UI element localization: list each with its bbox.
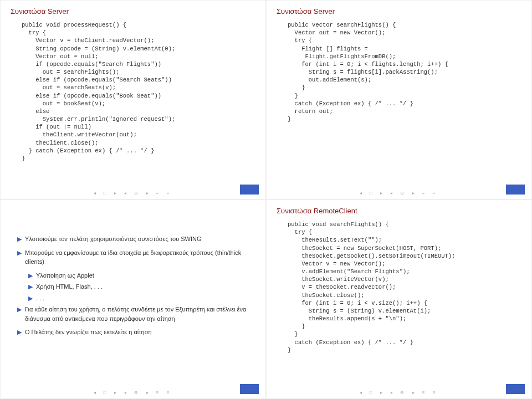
slide-server-search: Συνιστώσα Server public Vector searchFli… — [266, 0, 532, 200]
bullet-item: ▶ Ο Πελάτης δεν γνωρίζει πως εκτελείτε η… — [17, 328, 255, 337]
sub-bullet-item: ▶ . . . — [28, 294, 255, 303]
bullet-item: ▶ Μπορούμε να εμφανίσουμε τα ίδια στοιχε… — [17, 248, 255, 267]
bullet-icon: ▶ — [17, 328, 22, 337]
slide-client-bullets: ▶ Υλοποιούμε τον πελάτη χρησιμοποιόντας … — [0, 200, 266, 399]
slide-server-process: Συνιστώσα Server public void processRequ… — [0, 0, 266, 200]
slide-title: Συνιστώσα Server — [11, 7, 255, 16]
bullet-icon: ▶ — [17, 305, 22, 314]
bullet-list: ▶ Υλοποιούμε τον πελάτη χρησιμοποιόντας … — [17, 234, 255, 337]
university-logo — [506, 185, 525, 195]
bullet-icon: ▶ — [17, 248, 22, 258]
code-block: public void processRequest() { try { Vec… — [22, 21, 255, 162]
bullet-icon: ▶ — [28, 282, 33, 291]
university-logo — [240, 384, 259, 394]
code-block: public void searchFlights() { try { theR… — [288, 221, 521, 354]
slide-title: Συνιστώσα Server — [277, 7, 521, 16]
slide-grid: Συνιστώσα Server public void processRequ… — [0, 0, 532, 399]
university-logo — [240, 185, 259, 195]
bullet-text: . . . — [36, 294, 44, 303]
slide-nav-icons: ◂ □ ▸ ◂ ⊕ ▸ ≡ ≡ — [94, 390, 173, 395]
bullet-icon: ▶ — [28, 294, 33, 303]
slide-title: Συνιστώσα RemoteClient — [277, 207, 521, 215]
bullet-text: Υλοποίηση ως Applet — [36, 271, 94, 280]
bullet-item: ▶ Για κάθε αίτηση του χρήστη, ο πελάτης … — [17, 305, 255, 323]
bullet-icon: ▶ — [17, 234, 22, 244]
sub-bullet-item: ▶ Χρήση HTML, Flash, . . . — [28, 282, 255, 291]
bullet-icon: ▶ — [28, 271, 33, 280]
slide-nav-icons: ◂ □ ▸ ◂ ⊕ ▸ ≡ ≡ — [94, 191, 173, 196]
slide-nav-icons: ◂ □ ▸ ◂ ⊕ ▸ ≡ ≡ — [360, 191, 439, 196]
bullet-text: Υλοποιούμε τον πελάτη χρησιμοποιόντας συ… — [25, 234, 202, 244]
bullet-text: Ο Πελάτης δεν γνωρίζει πως εκτελείτε η α… — [25, 328, 152, 337]
sub-bullet-item: ▶ Υλοποίηση ως Applet — [28, 271, 255, 280]
bullet-item: ▶ Υλοποιούμε τον πελάτη χρησιμοποιόντας … — [17, 234, 255, 244]
bullet-text: Χρήση HTML, Flash, . . . — [36, 282, 103, 291]
code-block: public Vector searchFlights() { Vector o… — [288, 21, 521, 123]
slide-remote-client: Συνιστώσα RemoteClient public void searc… — [266, 200, 532, 399]
bullet-text: Μπορούμε να εμφανίσουμε τα ίδια στοιχεία… — [25, 248, 255, 267]
university-logo — [506, 384, 525, 394]
bullet-text: Για κάθε αίτηση του χρήστη, ο πελάτης συ… — [25, 305, 255, 323]
slide-nav-icons: ◂ □ ▸ ◂ ⊕ ▸ ≡ ≡ — [360, 390, 439, 395]
